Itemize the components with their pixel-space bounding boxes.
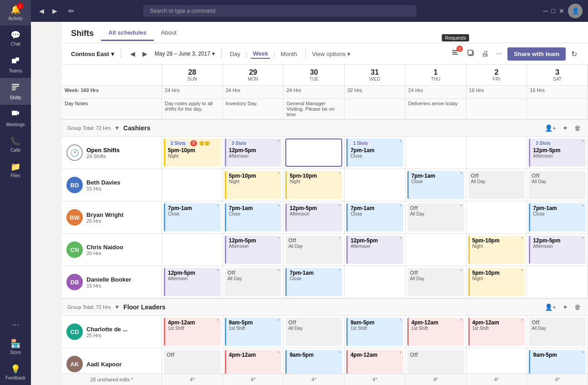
chris-shift-2[interactable]: * Off All Day (284, 234, 345, 266)
beth-shift-2[interactable]: * 5pm-10pm Night (284, 169, 345, 201)
maximize-button[interactable]: □ (552, 7, 555, 15)
share-button[interactable]: Share with team (507, 47, 566, 61)
auto-schedule-floor-leaders-button[interactable]: ✦ (561, 303, 570, 312)
sidebar-item-calls[interactable]: 📞 Calls (0, 132, 31, 157)
add-employee-cashiers-button[interactable]: 👤+ (543, 123, 558, 133)
charlotte-shift-5[interactable]: * 4pm-12am 1st Shift (466, 316, 527, 348)
open-shift-day-1[interactable]: 3 Slots 12pm-5pm Afternoon * (223, 137, 284, 169)
minimize-button[interactable]: ─ (543, 7, 548, 15)
group-total-cashiers: Group Total: 72 Hrs (67, 125, 111, 131)
open-shift-day-3[interactable]: 1 Slots 7pm-1am Close * (345, 137, 406, 169)
danielle-shift-4[interactable]: * Off All Day (406, 266, 466, 298)
danielle-shift-5[interactable]: * 5pm-10pm Night (466, 266, 527, 298)
toolbar-right: 1 Requests 🖨 ··· Share with team ↻ (450, 47, 579, 61)
week-day-num-3: 31 (347, 68, 402, 77)
print-button[interactable]: 🖨 (480, 48, 491, 60)
beth-shift-6[interactable]: Off All Day (527, 169, 588, 201)
compose-button[interactable]: ✏ (65, 5, 78, 17)
day-notes-label: Day Notes (62, 99, 162, 119)
collapse-floor-leaders-button[interactable]: ▼ (114, 304, 120, 310)
sidebar-item-shifts[interactable]: Shifts (0, 78, 31, 105)
collapse-cashiers-button[interactable]: ▼ (114, 125, 120, 131)
sidebar-item-feedback[interactable]: 💡 Feedback (0, 359, 31, 385)
delete-floor-leaders-button[interactable]: 🗑 (573, 303, 583, 312)
bryan-shift-0[interactable]: * 7pm-1am Close (162, 201, 223, 233)
avatar-charlotte: CD (66, 323, 83, 340)
tab-about[interactable]: About (154, 26, 184, 41)
svg-rect-4 (12, 87, 16, 88)
open-shifts-cell: 🕐 Open Shifts 24 Shifts (62, 137, 162, 169)
beth-shift-5[interactable]: Off All Day (466, 169, 527, 201)
chris-shift-6[interactable]: * 12pm-5pm Afternoon (527, 234, 588, 266)
sidebar-item-more[interactable]: ··· (0, 315, 31, 334)
open-shift-day-4[interactable] (406, 137, 466, 169)
charlotte-shift-1[interactable]: * 9am-5pm 1st Shift (223, 316, 284, 348)
topbar-navigation: ◀ ▶ (36, 5, 60, 16)
sidebar-item-files[interactable]: 📁 Files (0, 157, 31, 183)
date-prev-button[interactable]: ◀ (127, 49, 138, 59)
refresh-button[interactable]: ↻ (569, 48, 579, 60)
add-employee-floor-leaders-button[interactable]: 👤+ (543, 303, 558, 312)
date-range[interactable]: May 28 – June 3, 2017 ▾ (155, 51, 215, 57)
view-options-button[interactable]: View options ▾ (312, 51, 350, 57)
charlotte-shift-0[interactable]: * 4pm-12am 1st Shift (162, 316, 223, 348)
bryan-shift-1[interactable]: * 7pm-1am Close (223, 201, 284, 233)
view-tab-month[interactable]: Month (279, 50, 299, 58)
forward-button[interactable]: ▶ (50, 5, 60, 16)
more-options-button[interactable]: ··· (494, 48, 504, 60)
sidebar-item-meetings[interactable]: Meetings (0, 105, 31, 132)
charlotte-shift-3[interactable]: * 9am-5pm 1st Shift (345, 316, 406, 348)
sidebar-item-activity[interactable]: 🔔 2 Activity (0, 0, 31, 26)
toolbar-separator-2 (221, 49, 222, 58)
open-shift-day-6[interactable]: 3 Slots 12pm-5pm Afternoon * (527, 137, 588, 169)
danielle-shift-1[interactable]: * Off All Day (223, 266, 284, 298)
bryan-shift-2[interactable]: * 12pm-5pm Afternoon (284, 201, 345, 233)
copy-button[interactable] (465, 47, 476, 60)
danielle-shift-0[interactable]: * 12pm-5pm Afternoon (162, 266, 223, 298)
week-day-6: 3 SAT (527, 65, 588, 85)
charlotte-shift-2[interactable]: Off All Day (284, 316, 345, 348)
charlotte-shift-4[interactable]: * 4pm-12am 1st Shift (406, 316, 466, 348)
sidebar-item-chat[interactable]: 💬 Chat (0, 26, 31, 51)
open-shift-day-0[interactable]: 2 Slots 8 🙂🙂 5pm-10pm Night (162, 137, 223, 169)
name-beth-davies: Beth Davies (86, 179, 120, 186)
bryan-shift-6[interactable]: * 7pm-1am Close (527, 201, 588, 233)
open-shift-day-5[interactable] (466, 137, 527, 169)
delete-cashiers-button[interactable]: 🗑 (573, 123, 583, 133)
danielle-shift-2[interactable]: * 7pm-1am Close (284, 266, 345, 298)
group-name-floor-leaders: Floor Leaders (123, 303, 539, 311)
chris-shift-0[interactable] (162, 234, 223, 266)
tab-all-schedules[interactable]: All schedules (101, 26, 154, 41)
sidebar-item-teams[interactable]: Teams (0, 51, 31, 78)
avatar[interactable]: 👤 (568, 4, 583, 18)
view-tab-week[interactable]: Week (251, 49, 270, 59)
employee-chris-naidoo: CN Chris Naidoo 20 Hrs (62, 234, 162, 266)
chris-shift-1[interactable]: * 12pm-5pm Afternoon (223, 234, 284, 266)
sidebar-label-chat: Chat (10, 41, 20, 46)
auto-schedule-cashiers-button[interactable]: ✦ (561, 123, 570, 133)
beth-shift-0[interactable] (162, 169, 223, 201)
charlotte-shift-6[interactable]: Off All Day (527, 316, 588, 348)
open-shift-day-2[interactable] (284, 137, 345, 169)
bryan-shift-3[interactable]: * 7pm-1am Close (345, 201, 406, 233)
more-icon: ··· (12, 320, 19, 329)
danielle-shift-3[interactable] (345, 266, 406, 298)
day-hours-6: 16 Hrs (527, 86, 588, 98)
chris-shift-4[interactable] (406, 234, 466, 266)
bryan-shift-5[interactable] (466, 201, 527, 233)
beth-shift-4[interactable]: * 7pm-1am Close (406, 169, 466, 201)
beth-shift-3[interactable] (345, 169, 406, 201)
group-header-floor-leaders: Group Total: 72 Hrs ▼ Floor Leaders 👤+ ✦… (62, 298, 588, 316)
chris-shift-3[interactable]: * 12pm-5pm Afternoon (345, 234, 406, 266)
beth-shift-1[interactable]: * 5pm-10pm Night (223, 169, 284, 201)
close-button[interactable]: ✕ (559, 7, 564, 15)
back-button[interactable]: ◀ (36, 5, 47, 16)
location-select[interactable]: Contoso East ▾ (71, 51, 114, 57)
search-input[interactable] (143, 5, 416, 17)
chris-shift-5[interactable]: * 5pm-10pm Night (466, 234, 527, 266)
date-next-button[interactable]: ▶ (140, 49, 150, 59)
bryan-shift-4[interactable]: * Off All Day (406, 201, 466, 233)
danielle-shift-6[interactable] (527, 266, 588, 298)
sidebar-item-store[interactable]: 🏪 Store (0, 334, 31, 359)
view-tab-day[interactable]: Day (228, 50, 242, 58)
